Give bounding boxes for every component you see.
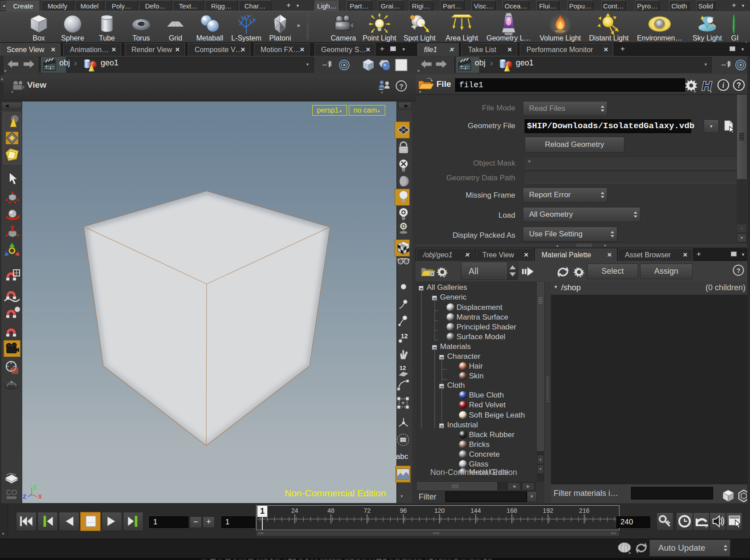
svg-text:y: y (33, 483, 37, 490)
svg-text:?: ? (399, 82, 403, 90)
svg-text:?: ? (736, 267, 740, 274)
svg-text:72: 72 (364, 507, 371, 514)
svg-text:12: 12 (399, 365, 406, 371)
svg-text:12: 12 (401, 333, 408, 340)
svg-text:216: 216 (579, 507, 590, 514)
svg-text:144: 144 (470, 507, 481, 514)
svg-text:?: ? (737, 81, 741, 89)
svg-text:96: 96 (400, 507, 407, 514)
svg-text:i: i (722, 81, 725, 89)
svg-text:48: 48 (327, 507, 334, 514)
svg-text:192: 192 (543, 507, 554, 514)
svg-text:24: 24 (291, 507, 298, 514)
svg-text:x: x (38, 492, 42, 500)
svg-text:z: z (23, 492, 26, 500)
svg-text:120: 120 (434, 507, 445, 514)
svg-text:168: 168 (507, 507, 518, 514)
